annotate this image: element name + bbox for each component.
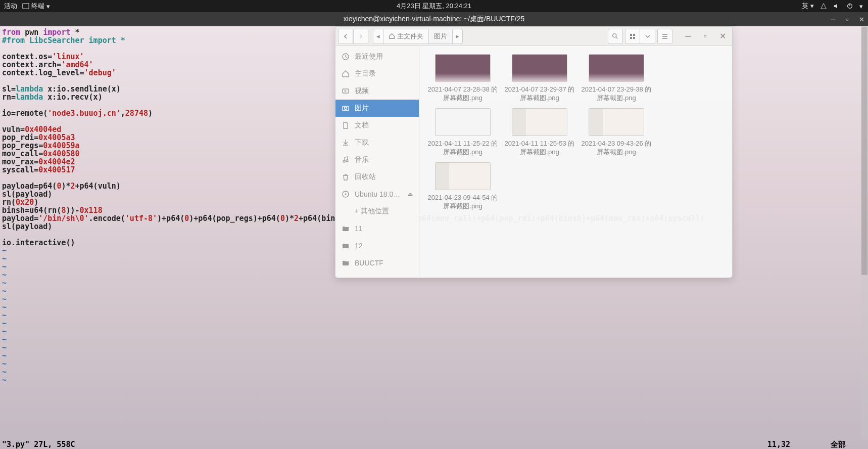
minimize-button[interactable]: ─ xyxy=(830,16,837,23)
sidebar-icon xyxy=(342,207,350,215)
sidebar-icon xyxy=(342,87,350,95)
grid-icon xyxy=(630,33,636,39)
files-headerbar: ◂ 主文件夹 图片 ▸ ─ xyxy=(335,27,732,46)
file-thumbnail xyxy=(435,108,491,136)
back-button[interactable] xyxy=(338,29,353,44)
sidebar-item-label: 12 xyxy=(355,242,363,250)
sidebar-item[interactable]: 回收站 xyxy=(335,168,419,186)
sidebar-item-label: 视频 xyxy=(355,86,369,96)
sidebar-item-label: 图片 xyxy=(355,104,369,113)
path-current[interactable]: 图片 xyxy=(429,29,453,43)
sidebar-item[interactable]: 图片 xyxy=(335,100,419,117)
file-item[interactable]: 2021-04-11 11-25-53 的屏幕截图.png xyxy=(502,106,577,158)
chevron-left-icon xyxy=(343,33,349,39)
file-thumbnail xyxy=(589,54,644,82)
view-grid-button[interactable] xyxy=(625,29,640,44)
svg-point-17 xyxy=(346,160,348,162)
input-method-indicator[interactable]: 英 ▾ xyxy=(802,2,814,11)
sidebar-item-label: + 其他位置 xyxy=(355,207,389,216)
network-icon[interactable] xyxy=(820,3,827,10)
sidebar-icon xyxy=(342,190,350,198)
sidebar-item[interactable]: 最近使用 xyxy=(335,48,419,65)
chevron-right-icon xyxy=(358,33,364,39)
file-thumbnail xyxy=(512,108,567,136)
sidebar-item[interactable]: 11 xyxy=(335,220,419,237)
sidebar-item-label: 最近使用 xyxy=(355,52,383,61)
close-button[interactable]: ✕ xyxy=(858,16,865,23)
forward-button[interactable] xyxy=(353,29,368,44)
path-right-icon[interactable]: ▸ xyxy=(453,29,462,43)
sidebar-item[interactable]: 下载 xyxy=(335,134,419,151)
view-menu-button[interactable] xyxy=(640,29,655,44)
svg-rect-8 xyxy=(633,37,635,39)
sidebar-item[interactable]: + 其他位置 xyxy=(335,203,419,220)
sidebar-item-label: 11 xyxy=(355,224,363,233)
scrollbar-thumb[interactable] xyxy=(861,27,867,275)
path-left-icon[interactable]: ◂ xyxy=(373,29,383,43)
sidebar-icon xyxy=(342,121,350,129)
home-icon xyxy=(389,33,395,39)
sidebar-icon xyxy=(342,224,350,233)
path-home[interactable]: 主文件夹 xyxy=(383,29,429,43)
sidebar-item[interactable]: 文档 xyxy=(335,117,419,134)
sidebar-item[interactable]: 视频 xyxy=(335,82,419,100)
activities-button[interactable]: 活动 xyxy=(4,2,17,11)
terminal-icon xyxy=(22,3,29,10)
sidebar-item-label: 下载 xyxy=(355,138,369,147)
close-button[interactable]: ✕ xyxy=(715,29,730,44)
file-item[interactable]: 2021-04-07 23-29-37 的屏幕截图.png xyxy=(502,52,577,104)
vim-scroll-pos: 全部 xyxy=(831,440,846,450)
files-content[interactable]: 2021-04-07 23-28-38 的屏幕截图.png2021-04-07 … xyxy=(419,46,732,278)
window-titlebar: xieyichen@xieyichen-virtual-machine: ~/桌… xyxy=(0,12,868,26)
sidebar-icon xyxy=(342,70,350,78)
svg-point-3 xyxy=(613,33,616,37)
file-thumbnail xyxy=(435,162,491,190)
vim-status-bar: "3.py" 27L, 558C 11,32 全部 xyxy=(0,440,868,449)
sidebar-item-label: 回收站 xyxy=(355,172,376,182)
path-bar: ◂ 主文件夹 图片 ▸ xyxy=(373,29,463,44)
file-item[interactable]: 2021-04-11 11-25-22 的屏幕截图.png xyxy=(425,106,500,158)
vim-cursor-pos: 11,32 xyxy=(767,440,790,450)
terminal-scrollbar[interactable] xyxy=(861,26,868,440)
maximize-button[interactable]: ▫ xyxy=(844,16,851,23)
search-button[interactable] xyxy=(608,29,623,44)
svg-point-19 xyxy=(345,194,347,195)
file-item[interactable]: 2021-04-23 09-43-26 的屏幕截图.png xyxy=(579,106,654,158)
search-icon xyxy=(612,33,619,40)
file-name-label: 2021-04-23 09-44-54 的屏幕截图.png xyxy=(427,193,498,210)
maximize-button[interactable]: ▫ xyxy=(698,29,713,44)
sidebar-item[interactable]: 主目录 xyxy=(335,65,419,82)
svg-rect-0 xyxy=(23,4,29,9)
file-item[interactable]: 2021-04-23 09-44-54 的屏幕截图.png xyxy=(425,160,500,212)
minimize-button[interactable]: ─ xyxy=(681,29,696,44)
files-sidebar: 最近使用主目录视频图片文档下载音乐回收站Ubuntu 18.0…⏏+ 其他位置1… xyxy=(335,46,419,278)
chevron-down-icon xyxy=(645,33,651,39)
sidebar-icon xyxy=(342,53,350,61)
file-item[interactable]: 2021-04-07 23-28-38 的屏幕截图.png xyxy=(425,52,500,104)
file-name-label: 2021-04-11 11-25-22 的屏幕截图.png xyxy=(427,139,498,156)
files-window: ◂ 主文件夹 图片 ▸ ─ xyxy=(335,26,733,278)
volume-icon[interactable] xyxy=(833,3,840,10)
hamburger-menu-button[interactable] xyxy=(657,29,672,44)
svg-point-16 xyxy=(343,160,345,162)
file-name-label: 2021-04-07 23-29-38 的屏幕截图.png xyxy=(581,85,652,102)
sidebar-icon xyxy=(342,156,350,164)
sidebar-item[interactable]: Ubuntu 18.0…⏏ xyxy=(335,186,419,203)
sidebar-item[interactable]: BUUCTF xyxy=(335,254,419,272)
app-menu[interactable]: 终端 ▾ xyxy=(22,2,50,11)
file-item[interactable]: 2021-04-07 23-29-38 的屏幕截图.png xyxy=(579,52,654,104)
sidebar-item[interactable]: 12 xyxy=(335,237,419,254)
clock[interactable]: 4月23日 星期五, 20:24:21 xyxy=(397,2,471,11)
sidebar-icon xyxy=(342,104,350,112)
vim-file-info: "3.py" 27L, 558C xyxy=(2,440,75,449)
gnome-topbar: 活动 终端 ▾ 4月23日 星期五, 20:24:21 英 ▾ ▾ xyxy=(0,0,868,12)
file-name-label: 2021-04-07 23-28-38 的屏幕截图.png xyxy=(427,85,498,102)
power-icon[interactable] xyxy=(846,3,853,10)
hamburger-icon xyxy=(661,33,668,40)
sidebar-item[interactable]: 音乐 xyxy=(335,151,419,168)
file-name-label: 2021-04-11 11-25-53 的屏幕截图.png xyxy=(504,139,575,156)
sidebar-item-label: 主目录 xyxy=(355,69,376,78)
sidebar-item-label: 文档 xyxy=(355,121,369,130)
eject-icon[interactable]: ⏏ xyxy=(408,191,413,198)
svg-rect-5 xyxy=(630,34,632,36)
